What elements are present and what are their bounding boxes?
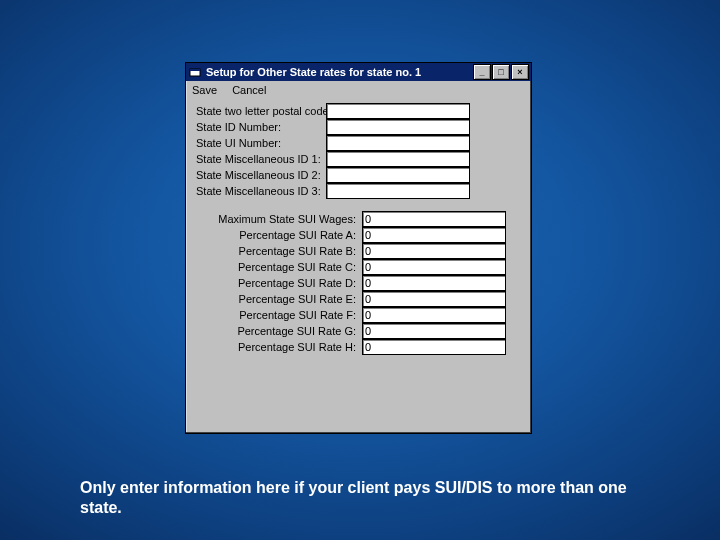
postal-code-label: State two letter postal code: (196, 105, 326, 117)
misc1-input[interactable] (326, 151, 470, 167)
menubar: Save Cancel (186, 81, 531, 101)
rate-f-label: Percentage SUI Rate F: (196, 309, 362, 321)
state-ui-label: State UI Number: (196, 137, 326, 149)
misc1-label: State Miscellaneous ID 1: (196, 153, 326, 165)
max-wages-label: Maximum State SUI Wages: (196, 213, 362, 225)
minimize-icon: _ (479, 68, 484, 77)
state-id-label: State ID Number: (196, 121, 326, 133)
misc2-input[interactable] (326, 167, 470, 183)
rate-b-input[interactable] (362, 243, 506, 259)
titlebar[interactable]: Setup for Other State rates for state no… (186, 63, 531, 81)
rate-b-label: Percentage SUI Rate B: (196, 245, 362, 257)
rate-h-label: Percentage SUI Rate H: (196, 341, 362, 353)
rate-g-input[interactable] (362, 323, 506, 339)
rate-c-input[interactable] (362, 259, 506, 275)
rate-c-label: Percentage SUI Rate C: (196, 261, 362, 273)
rate-h-input[interactable] (362, 339, 506, 355)
rate-d-input[interactable] (362, 275, 506, 291)
maximize-icon: □ (498, 68, 503, 77)
rate-d-label: Percentage SUI Rate D: (196, 277, 362, 289)
dialog-window: Setup for Other State rates for state no… (185, 62, 532, 434)
close-button[interactable]: × (511, 64, 529, 80)
app-icon (188, 65, 202, 79)
state-ui-input[interactable] (326, 135, 470, 151)
rate-e-input[interactable] (362, 291, 506, 307)
misc3-label: State Miscellaneous ID 3: (196, 185, 326, 197)
minimize-button[interactable]: _ (473, 64, 491, 80)
rate-a-label: Percentage SUI Rate A: (196, 229, 362, 241)
state-id-input[interactable] (326, 119, 470, 135)
misc3-input[interactable] (326, 183, 470, 199)
svg-rect-1 (190, 69, 200, 71)
misc2-label: State Miscellaneous ID 2: (196, 169, 326, 181)
rate-a-input[interactable] (362, 227, 506, 243)
rate-g-label: Percentage SUI Rate G: (196, 325, 362, 337)
rate-f-input[interactable] (362, 307, 506, 323)
window-title: Setup for Other State rates for state no… (206, 66, 473, 78)
slide-caption: Only enter information here if your clie… (80, 478, 660, 518)
maximize-button[interactable]: □ (492, 64, 510, 80)
max-wages-input[interactable] (362, 211, 506, 227)
close-icon: × (517, 68, 522, 77)
rate-e-label: Percentage SUI Rate E: (196, 293, 362, 305)
menu-save[interactable]: Save (192, 84, 217, 96)
menu-cancel[interactable]: Cancel (232, 84, 266, 96)
postal-code-input[interactable] (326, 103, 470, 119)
